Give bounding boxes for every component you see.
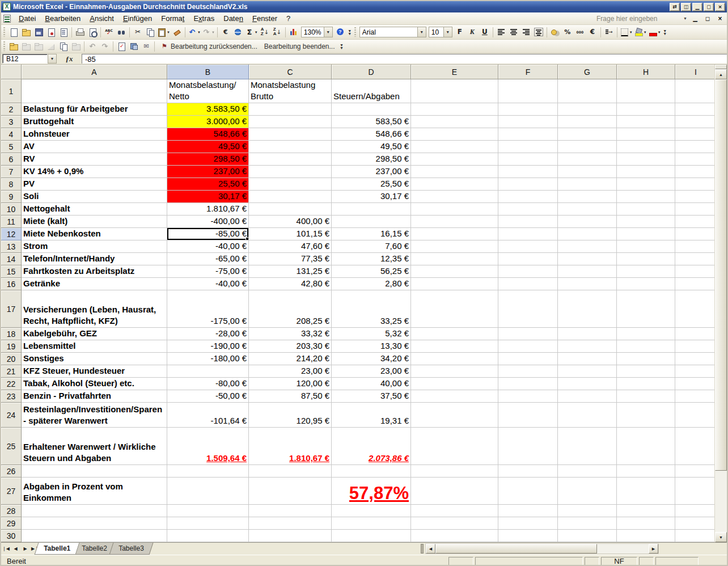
cell-A8[interactable]: PV (22, 178, 167, 191)
save-icon[interactable] (32, 26, 45, 39)
cell-G25[interactable] (558, 428, 617, 465)
underline-icon[interactable]: U (479, 26, 491, 39)
sort-ascending-icon[interactable]: ↓ (259, 26, 271, 39)
autosum-icon[interactable]: Σ▼ (244, 26, 259, 39)
cell-E22[interactable] (411, 378, 498, 390)
cell-F28[interactable] (498, 505, 558, 517)
cell-F5[interactable] (498, 141, 558, 153)
cell-I24[interactable] (675, 403, 714, 428)
cell-E3[interactable] (411, 116, 498, 128)
horizontal-scroll-thumb[interactable] (435, 544, 597, 554)
cell-F25[interactable] (498, 428, 558, 465)
next-sheet-button[interactable]: ▶ (20, 543, 30, 555)
sheet-tab-tabelle3[interactable]: Tabelle3 (109, 543, 153, 555)
cell-C13[interactable]: 47,60 € (249, 240, 332, 253)
row-header-11[interactable]: 11 (1, 216, 22, 228)
cell-G12[interactable] (558, 228, 617, 240)
cell-G18[interactable] (558, 328, 617, 340)
cell-A4[interactable]: Lohnsteuer (22, 128, 167, 141)
cell-F23[interactable] (498, 390, 558, 403)
cell-G24[interactable] (558, 403, 617, 428)
cell-I3[interactable] (675, 116, 714, 128)
cell-E9[interactable] (411, 191, 498, 203)
row-header-23[interactable]: 23 (1, 390, 22, 403)
cell-E26[interactable] (411, 465, 498, 478)
cell-I22[interactable] (675, 378, 714, 390)
cell-F18[interactable] (498, 328, 558, 340)
close-button[interactable]: × (715, 3, 725, 11)
permission-icon[interactable] (45, 26, 57, 39)
horizontal-scroll-track[interactable] (597, 544, 649, 554)
cell-A18[interactable]: Kabelgebühr, GEZ (22, 328, 167, 340)
cell-C3[interactable] (249, 116, 332, 128)
toolbar-overflow-button[interactable]: ▼▼ (346, 26, 353, 39)
cell-B8[interactable]: 25,50 € (167, 178, 249, 191)
send-attachment-icon[interactable]: ✉ (140, 40, 153, 53)
insert-function-icon[interactable]: ƒx (57, 54, 82, 64)
cell-C30[interactable] (249, 530, 332, 542)
cell-D15[interactable]: 56,25 € (332, 265, 411, 278)
cell-F24[interactable] (498, 403, 558, 428)
row-header-9[interactable]: 9 (1, 191, 22, 203)
borders-icon[interactable]: ▼ (619, 26, 633, 39)
cell-B20[interactable]: -180,00 € (167, 353, 249, 365)
cell-H17[interactable] (617, 290, 675, 328)
name-box[interactable]: B12 (2, 54, 48, 64)
cell-I15[interactable] (675, 265, 714, 278)
cell-I8[interactable] (675, 178, 714, 191)
vertical-scrollbar[interactable]: ▲ ▼ (714, 65, 727, 542)
menu-[interactable]: ? (282, 13, 295, 24)
chart-wizard-icon[interactable] (287, 26, 300, 39)
menu-fenster[interactable]: Fenster (248, 13, 282, 24)
cell-A1[interactable] (22, 79, 167, 103)
cell-F13[interactable] (498, 240, 558, 253)
format-painter-icon[interactable] (171, 26, 183, 39)
row-header-25[interactable]: 25 (1, 428, 22, 465)
cell-C28[interactable] (249, 505, 332, 517)
cell-C29[interactable] (249, 517, 332, 530)
cell-D25[interactable]: 2.073,86 € (332, 428, 411, 465)
cell-B2[interactable]: 3.583,50 € (167, 103, 249, 116)
window-popout-button[interactable]: ◫ (681, 3, 691, 11)
cell-D10[interactable] (332, 203, 411, 216)
cell-H29[interactable] (617, 517, 675, 530)
formula-input[interactable]: -85 (82, 54, 727, 64)
research-icon[interactable] (115, 26, 128, 39)
cell-D20[interactable]: 34,20 € (332, 353, 411, 365)
cell-A11[interactable]: Miete (kalt) (22, 216, 167, 228)
cell-E19[interactable] (411, 340, 498, 353)
row-header-3[interactable]: 3 (1, 116, 22, 128)
thousands-icon[interactable]: 000 (574, 26, 586, 39)
cell-C10[interactable] (249, 203, 332, 216)
cell-A30[interactable] (22, 530, 167, 542)
cell-C5[interactable] (249, 141, 332, 153)
cell-D7[interactable]: 237,00 € (332, 166, 411, 178)
cell-H23[interactable] (617, 390, 675, 403)
cell-D28[interactable] (332, 505, 411, 517)
cell-E6[interactable] (411, 153, 498, 166)
cell-H12[interactable] (617, 228, 675, 240)
cell-D2[interactable] (332, 103, 411, 116)
formatting-overflow-button[interactable]: ▼▼ (662, 26, 668, 39)
row-header-12[interactable]: 12 (1, 228, 22, 240)
cell-E23[interactable] (411, 390, 498, 403)
cell-F4[interactable] (498, 128, 558, 141)
cell-F1[interactable] (498, 79, 558, 103)
cell-E10[interactable] (411, 203, 498, 216)
cell-D8[interactable]: 25,50 € (332, 178, 411, 191)
vertical-scroll-track[interactable] (715, 471, 727, 532)
row-header-7[interactable]: 7 (1, 166, 22, 178)
workbook-close-button[interactable]: × (716, 15, 725, 23)
save-version-icon[interactable] (128, 40, 140, 53)
cell-B29[interactable] (167, 517, 249, 530)
cell-D18[interactable]: 5,32 € (332, 328, 411, 340)
column-header-h[interactable]: H (617, 65, 675, 79)
cell-G9[interactable] (558, 191, 617, 203)
tab-split-handle[interactable] (421, 544, 424, 554)
cell-F21[interactable] (498, 365, 558, 378)
cell-A24[interactable]: Resteinlagen/Investitionen/Sparen - spät… (22, 403, 167, 428)
row-header-17[interactable]: 17 (1, 290, 22, 328)
cell-D12[interactable]: 16,15 € (332, 228, 411, 240)
cell-F15[interactable] (498, 265, 558, 278)
cell-D11[interactable] (332, 216, 411, 228)
